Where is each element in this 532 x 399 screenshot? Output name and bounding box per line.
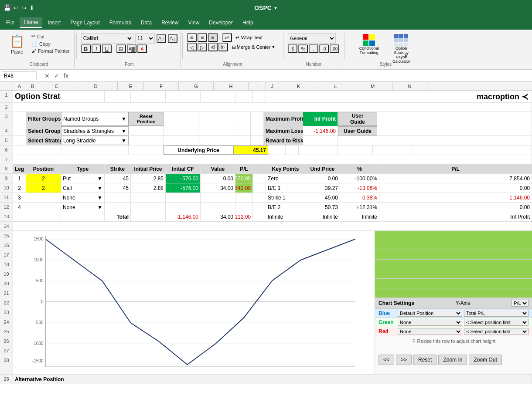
blue-metric-select[interactable]: Total P/L bbox=[464, 310, 529, 317]
menu-home[interactable]: Home bbox=[20, 17, 42, 28]
type-3[interactable]: None▼ bbox=[61, 193, 105, 202]
col-e[interactable]: E bbox=[118, 82, 144, 90]
type-1[interactable]: Put▼ bbox=[61, 174, 105, 183]
decrease-decimal-btn[interactable]: .0 bbox=[319, 44, 329, 53]
insert-function-btn[interactable]: fx bbox=[62, 72, 70, 79]
format-painter-button[interactable]: 🖌 Format Painter bbox=[30, 48, 72, 54]
font-size-select[interactable]: 11 bbox=[135, 33, 155, 44]
wrap-text-button[interactable]: ↵ Wrap Text bbox=[233, 33, 265, 42]
filter-groups-dropdown[interactable]: ▼ bbox=[121, 116, 126, 122]
border-btn[interactable]: ⊞ bbox=[116, 44, 126, 53]
align-left-btn[interactable]: ≡ bbox=[187, 33, 197, 42]
menu-file[interactable]: File bbox=[2, 18, 19, 27]
font-color-btn[interactable]: A bbox=[137, 44, 147, 53]
paste-button[interactable]: 📋 Paste bbox=[6, 33, 28, 55]
menu-help[interactable]: Help bbox=[238, 18, 258, 27]
save-icon[interactable]: 💾 bbox=[3, 4, 11, 11]
format-as-table-button[interactable]: Option Strategy Payoff Calculator bbox=[385, 33, 417, 64]
app-title-dropdown[interactable]: ▼ bbox=[273, 6, 278, 10]
col-m[interactable]: M bbox=[353, 82, 392, 90]
cut-button[interactable]: ✂ Cut bbox=[30, 33, 72, 40]
decrease-font-btn[interactable]: A↓ bbox=[168, 34, 177, 43]
select-group-value[interactable]: Straddles & Strangles ▼ bbox=[61, 126, 129, 135]
align-right-btn[interactable]: ≡ bbox=[208, 33, 218, 42]
col-b[interactable]: B bbox=[26, 82, 39, 90]
cancel-formula-btn[interactable]: ✕ bbox=[43, 72, 51, 79]
col-k[interactable]: K bbox=[279, 82, 318, 90]
formula-input[interactable] bbox=[72, 72, 530, 80]
reward-to-risk-value bbox=[303, 136, 338, 145]
col-l[interactable]: L bbox=[318, 82, 353, 90]
init-price-2[interactable]: 2.88 bbox=[131, 183, 166, 193]
merge-center-dropdown[interactable]: ▼ bbox=[271, 45, 275, 49]
bold-button[interactable]: B bbox=[81, 44, 91, 53]
conditional-formatting-button[interactable]: Conditional Formatting bbox=[354, 33, 384, 56]
filter-groups-value[interactable]: Named Groups ▼ bbox=[61, 112, 129, 126]
pos-1[interactable]: 2 bbox=[26, 174, 61, 183]
reset-position-button[interactable]: ResetPosition bbox=[129, 112, 164, 126]
menu-insert[interactable]: Insert bbox=[43, 18, 65, 27]
dropdown-icon[interactable]: ⬇ bbox=[29, 4, 34, 11]
menu-data[interactable]: Data bbox=[136, 18, 156, 27]
align-horiz-center-btn[interactable]: ⫸ bbox=[218, 43, 228, 51]
col-d[interactable]: D bbox=[74, 82, 118, 90]
strike-2[interactable]: 45 bbox=[105, 183, 131, 193]
text-direction-btn[interactable]: ⇌ bbox=[222, 33, 232, 42]
strike-1[interactable]: 45 bbox=[105, 174, 131, 183]
copy-button[interactable]: 📄 Copy bbox=[30, 41, 72, 47]
green-position-select[interactable]: None bbox=[398, 319, 462, 326]
indent-left-btn[interactable]: ◁ bbox=[187, 43, 197, 51]
col-i[interactable]: I bbox=[249, 82, 266, 90]
menu-review[interactable]: Review bbox=[157, 18, 183, 27]
menu-developer[interactable]: Developer bbox=[205, 18, 237, 27]
svg-text:500: 500 bbox=[36, 278, 44, 283]
undo-icon[interactable]: ↩ bbox=[14, 4, 19, 11]
font-name-select[interactable]: Calibri bbox=[81, 33, 133, 44]
red-metric-select[interactable]: < Select position first bbox=[464, 328, 529, 335]
col-c[interactable]: C bbox=[39, 82, 74, 90]
menu-page-layout[interactable]: Page Layout bbox=[66, 18, 104, 27]
select-strategy-dropdown[interactable]: ▼ bbox=[121, 138, 126, 144]
underline-button[interactable]: U bbox=[102, 44, 112, 53]
init-price-1[interactable]: 2.85 bbox=[131, 174, 166, 183]
select-group-dropdown[interactable]: ▼ bbox=[121, 128, 126, 134]
type-4[interactable]: None▼ bbox=[61, 203, 105, 212]
red-position-select[interactable]: None bbox=[398, 328, 462, 335]
col-g[interactable]: G bbox=[179, 82, 214, 90]
increase-font-btn[interactable]: A↑ bbox=[157, 34, 166, 43]
increase-decimal-btn[interactable]: .00 bbox=[330, 44, 339, 53]
redo-icon[interactable]: ↪ bbox=[21, 4, 27, 11]
align-horiz-left-btn[interactable]: ⫷ bbox=[208, 43, 218, 51]
name-box[interactable] bbox=[2, 71, 37, 80]
prev-prev-btn[interactable]: << bbox=[379, 355, 394, 365]
comma-btn[interactable]: , bbox=[309, 44, 318, 53]
user-guide-btn[interactable]: User Guide bbox=[338, 126, 377, 135]
col-h[interactable]: H bbox=[214, 82, 249, 90]
green-metric-select[interactable]: < Select position first bbox=[464, 319, 529, 326]
merge-center-button[interactable]: ⊟ Merge & Center ▼ bbox=[229, 43, 279, 51]
underlying-price-value[interactable]: 45.17 bbox=[233, 145, 268, 155]
type-2[interactable]: Call▼ bbox=[61, 183, 105, 193]
y-axis-select[interactable]: P/L bbox=[512, 300, 529, 307]
menu-view[interactable]: View bbox=[184, 18, 204, 27]
fill-color-btn[interactable]: A▓ bbox=[127, 44, 136, 53]
confirm-formula-btn[interactable]: ✓ bbox=[53, 72, 61, 79]
percent-btn[interactable]: % bbox=[298, 44, 308, 53]
col-f[interactable]: F bbox=[144, 82, 179, 90]
pos-2[interactable]: 2 bbox=[26, 183, 61, 193]
col-n[interactable]: N bbox=[392, 82, 427, 90]
accounting-btn[interactable]: $ bbox=[288, 44, 297, 53]
blue-position-select[interactable]: Default Position bbox=[398, 310, 462, 317]
select-strategy-value[interactable]: Long Straddle ▼ bbox=[61, 136, 129, 145]
align-center-btn[interactable]: ≡ bbox=[198, 33, 207, 42]
indent-right-btn[interactable]: ▷ bbox=[198, 43, 207, 51]
zoom-in-btn[interactable]: Zoom In bbox=[438, 355, 467, 365]
italic-button[interactable]: I bbox=[92, 44, 101, 53]
col-j[interactable]: J bbox=[266, 82, 279, 90]
zoom-out-btn[interactable]: Zoom Out bbox=[469, 355, 501, 365]
next-next-btn[interactable]: >> bbox=[396, 355, 412, 365]
number-format-select[interactable]: General bbox=[288, 33, 336, 44]
col-a[interactable]: A bbox=[13, 82, 26, 90]
menu-formulas[interactable]: Formulas bbox=[105, 18, 136, 27]
reset-chart-btn[interactable]: Reset bbox=[413, 355, 437, 365]
